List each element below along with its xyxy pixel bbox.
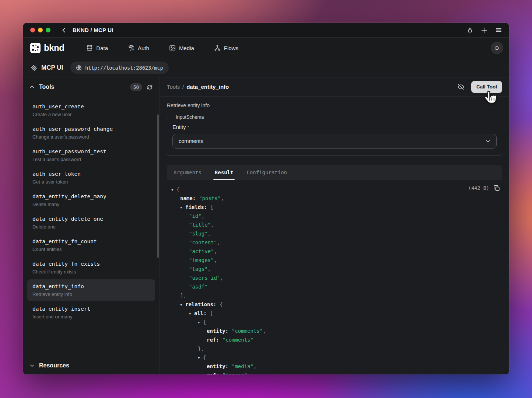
json-line: ▼relations:{ [171, 300, 498, 309]
json-key: name: [180, 195, 196, 201]
json-key: all: [194, 310, 207, 316]
sidebar-item-auth_user_create[interactable]: auth_user_createCreate a new user [27, 100, 155, 121]
json-string: "asdf" [189, 284, 208, 290]
chevron-up-icon [29, 84, 35, 90]
tab-arguments[interactable]: Arguments [174, 165, 202, 180]
json-line: ▼{ [171, 318, 498, 327]
nav-item-label: Flows [224, 45, 238, 51]
tool-name: auth_user_password_change [32, 126, 150, 132]
resources-section-header[interactable]: Resources [23, 356, 160, 374]
collapse-triangle-icon[interactable]: ▼ [171, 185, 176, 194]
breadcrumb-parent[interactable]: Tools [167, 84, 180, 90]
unlock-icon[interactable] [467, 27, 473, 33]
sidebar-item-data_entity_info[interactable]: data_entity_infoRetrieve entity info [27, 279, 155, 301]
tool-description: Retrieve entity info [32, 291, 150, 297]
collapse-triangle-icon[interactable]: ▼ [189, 309, 194, 318]
collapse-triangle-icon[interactable]: ▼ [198, 318, 203, 327]
titlebar: BKND / MCP UI [23, 23, 509, 38]
json-key: entity: [207, 363, 228, 369]
copy-icon[interactable] [493, 185, 500, 191]
hand-cursor [483, 90, 500, 107]
json-punct: , [214, 248, 217, 254]
workflow-icon [214, 45, 221, 51]
image-icon [169, 45, 176, 51]
chevron-down-icon [486, 139, 490, 144]
json-key: entity: [207, 328, 228, 334]
sidebar-item-data_entity_fn_exists[interactable]: data_entity_fn_existsCheck if entity exi… [27, 257, 155, 279]
tool-detail-panel: Tools / data_entity_info Call Tool Retri… [160, 77, 509, 374]
collapse-triangle-icon[interactable]: ▼ [180, 300, 185, 309]
refresh-icon[interactable] [147, 84, 153, 90]
json-string: "images" [223, 372, 247, 374]
nav-item-data[interactable]: Data [86, 45, 108, 51]
sidebar-item-data_entity_delete_many[interactable]: data_entity_delete_manyDelete many [27, 189, 155, 211]
sidebar-item-auth_user_password_test[interactable]: auth_user_password_testTest a user's pas… [27, 144, 155, 166]
json-punct: , [253, 363, 256, 369]
nav-item-media[interactable]: Media [169, 45, 194, 51]
maximize-window-button[interactable] [46, 28, 50, 32]
sidebar-item-data_entity_delete_one[interactable]: data_entity_delete_oneDelete one [27, 212, 155, 234]
json-line: name:"posts", [171, 194, 498, 203]
json-punct: { [203, 319, 206, 325]
brand-logo[interactable]: bknd [29, 43, 66, 53]
tab-configuration[interactable]: Configuration [246, 165, 287, 180]
sidebar-item-auth_user_token[interactable]: auth_user_tokenGet a user token [27, 167, 155, 189]
tool-description: Check if entity exists [32, 269, 150, 275]
json-punct: , [220, 275, 223, 281]
json-string: "id" [189, 213, 202, 219]
tool-description: Get a user token [32, 179, 150, 185]
sidebar-item-auth_user_password_change[interactable]: auth_user_password_changeChange a user's… [27, 122, 155, 144]
sidebar-item-data_entity_fn_count[interactable]: data_entity_fn_countCount entities [27, 234, 155, 256]
nav-item-auth[interactable]: Auth [128, 45, 149, 51]
json-tree: ▼{name:"posts",▼fields:["id","title","sl… [171, 185, 498, 374]
json-punct: { [176, 186, 179, 192]
input-schema-legend: InputSchema [174, 114, 206, 120]
tab-result[interactable]: Result [215, 165, 234, 180]
tool-name: data_entity_fn_exists [32, 261, 150, 267]
json-punct: ], [180, 293, 186, 298]
tools-sidebar: Tools 50 auth_user_createCreate a new us… [23, 77, 160, 374]
json-line: "slug", [171, 229, 498, 238]
tool-detail-header: Tools / data_entity_info Call Tool [160, 77, 509, 97]
json-line: "images", [171, 256, 498, 265]
json-punct: }, [198, 346, 204, 352]
eye-off-icon[interactable] [457, 83, 465, 91]
globe-icon [76, 65, 82, 71]
close-window-button[interactable] [30, 28, 35, 32]
json-punct: , [208, 231, 211, 237]
json-line: entity:"media", [171, 362, 498, 371]
json-punct: , [263, 328, 266, 334]
plus-icon[interactable] [481, 27, 487, 33]
tools-section-header[interactable]: Tools 50 [23, 77, 160, 97]
breadcrumb-separator: / [182, 84, 184, 90]
back-button[interactable] [62, 28, 67, 33]
json-line: ref:"images" [171, 371, 498, 374]
breadcrumb-current: data_entity_info [186, 84, 229, 90]
json-punct: [ [210, 204, 213, 210]
input-schema-fieldset: InputSchema Entity* comments [167, 114, 502, 156]
result-size-badge: (442 B) [468, 185, 489, 191]
json-line: "title", [171, 220, 498, 229]
json-string: "title" [189, 222, 211, 228]
user-avatar[interactable]: D [491, 42, 503, 54]
tool-name: auth_user_create [32, 104, 150, 109]
json-punct: , [221, 195, 224, 201]
collapse-triangle-icon[interactable]: ▼ [198, 353, 203, 362]
json-line: "tags", [171, 265, 498, 273]
sidebar-item-data_entity_insert[interactable]: data_entity_insertInsert one or many [27, 302, 155, 324]
server-url-pill[interactable]: http://localhost:28623/mcp [70, 62, 168, 74]
json-key: ref: [207, 372, 219, 374]
menu-icon[interactable] [496, 27, 502, 33]
entity-select[interactable]: comments [172, 134, 497, 149]
json-string: "tags" [189, 266, 208, 272]
collapse-triangle-icon[interactable]: ▼ [180, 203, 185, 212]
json-line: }, [171, 344, 498, 353]
tool-description: Retrieve entity info [167, 102, 502, 108]
tool-name: data_entity_info [32, 283, 150, 289]
tool-name: data_entity_delete_one [32, 216, 150, 222]
json-string: "content" [189, 240, 217, 245]
tool-name: data_entity_insert [32, 306, 150, 312]
nav-item-flows[interactable]: Flows [214, 45, 238, 51]
sidebar-scrollbar[interactable] [157, 114, 159, 258]
minimize-window-button[interactable] [38, 28, 43, 32]
